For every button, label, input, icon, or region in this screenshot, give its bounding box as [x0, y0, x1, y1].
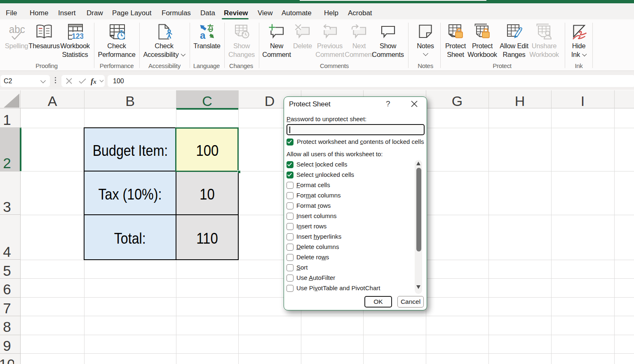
svg-text:a: a [200, 30, 206, 40]
svg-text:123: 123 [72, 31, 83, 40]
svg-text:abc: abc [9, 23, 25, 35]
